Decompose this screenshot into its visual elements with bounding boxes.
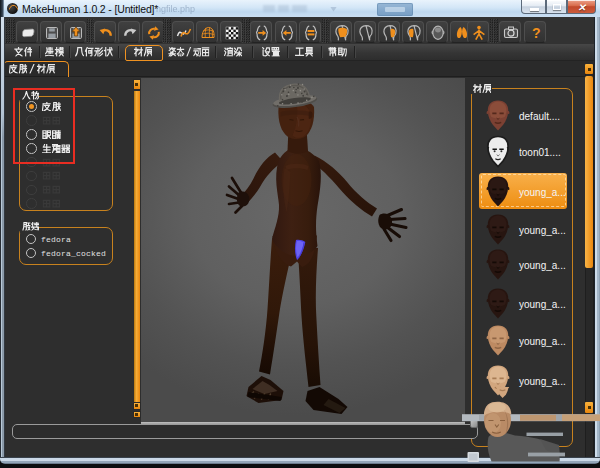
svg-text:?: ? bbox=[532, 25, 541, 41]
